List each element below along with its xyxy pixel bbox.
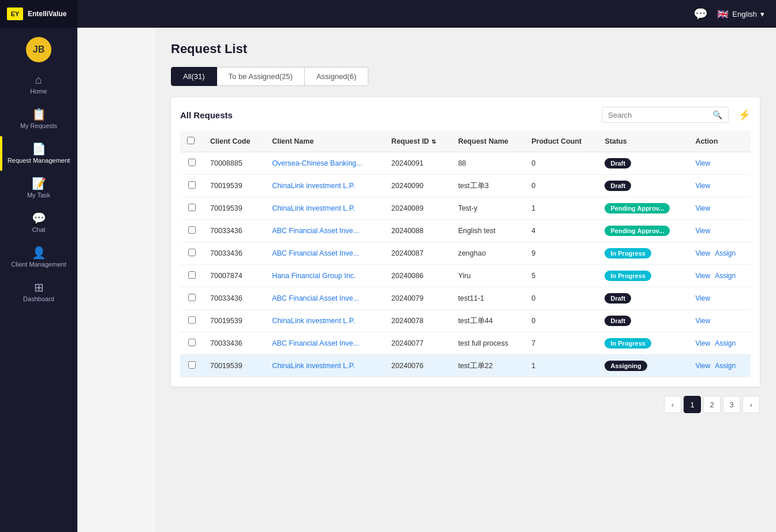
home-icon: ⌂ (35, 74, 42, 85)
row-checkbox-cell (180, 310, 203, 332)
sidebar-item-client-management[interactable]: 👤Client Management (0, 240, 77, 275)
client-code-cell: 70033436 (203, 220, 265, 242)
sidebar-item-request-management[interactable]: 📄Request Management (0, 136, 77, 171)
request-id-cell: 20240087 (385, 242, 452, 265)
tab-to-be-assigned[interactable]: To be Assigned(25) (217, 67, 305, 86)
row-checkbox[interactable] (188, 361, 196, 369)
th-request-id[interactable]: Request ID ⇅ (385, 131, 452, 152)
action-view-link[interactable]: View (695, 272, 710, 280)
client-name-cell[interactable]: ABC Financial Asset Inve... (265, 332, 385, 355)
row-checkbox[interactable] (188, 204, 196, 211)
row-checkbox[interactable] (188, 339, 196, 346)
action-links: View (695, 159, 744, 167)
action-view-link[interactable]: View (695, 204, 710, 212)
search-input[interactable] (608, 111, 709, 119)
client-name-cell[interactable]: Hana Financial Group Inc. (265, 265, 385, 287)
action-view-link[interactable]: View (695, 227, 710, 235)
topbar: 💬 🇬🇧 English ▾ (77, 0, 776, 28)
client-name-cell[interactable]: ChinaLink investment L.P. (265, 175, 385, 197)
language-selector[interactable]: 🇬🇧 English ▾ (717, 9, 764, 20)
sidebar-item-chat[interactable]: 💬Chat (0, 205, 77, 240)
sidebar-header: EY EntelliValue (0, 0, 77, 28)
action-view-link[interactable]: View (695, 294, 710, 302)
tabs: All(31)To be Assigned(25)Assigned(6) (171, 67, 760, 86)
client-name-link[interactable]: ABC Financial Asset Inve... (272, 339, 359, 347)
row-checkbox[interactable] (188, 271, 196, 279)
action-cell: ViewAssign (688, 242, 751, 265)
language-label: English (732, 10, 757, 18)
status-badge: Pending Approv... (605, 226, 670, 236)
action-links: ViewAssign (695, 249, 744, 257)
sidebar-item-home[interactable]: ⌂Home (0, 67, 77, 102)
sidebar-item-my-requests[interactable]: 📋My Requests (0, 102, 77, 136)
section-title: All Requests (180, 110, 233, 120)
client-name-link[interactable]: ABC Financial Asset Inve... (272, 294, 359, 302)
client-name-cell[interactable]: ChinaLink investment L.P. (265, 355, 385, 377)
action-view-link[interactable]: View (695, 159, 710, 167)
select-all-checkbox[interactable] (187, 137, 195, 144)
client-name-cell[interactable]: ABC Financial Asset Inve... (265, 287, 385, 310)
row-checkbox[interactable] (188, 159, 196, 166)
client-name-link[interactable]: ChinaLink investment L.P. (272, 204, 355, 212)
client-name-cell[interactable]: ChinaLink investment L.P. (265, 197, 385, 220)
client-name-link[interactable]: ABC Financial Asset Inve... (272, 227, 359, 235)
sidebar-item-my-task[interactable]: 📝My Task (0, 171, 77, 205)
th-action: Action (688, 131, 751, 152)
table-row: 70019539 ChinaLink investment L.P. 20240… (180, 197, 751, 220)
row-checkbox[interactable] (188, 249, 196, 256)
action-links: View (695, 182, 744, 190)
action-view-link[interactable]: View (695, 339, 710, 347)
client-name-cell[interactable]: ABC Financial Asset Inve... (265, 220, 385, 242)
request-id-cell: 20240079 (385, 287, 452, 310)
action-view-link[interactable]: View (695, 362, 710, 370)
tab-all[interactable]: All(31) (171, 67, 217, 86)
client-name-link[interactable]: ChinaLink investment L.P. (272, 182, 355, 190)
client-code-cell: 70008885 (203, 152, 265, 175)
action-view-link[interactable]: View (695, 182, 710, 190)
action-assign-link[interactable]: Assign (715, 249, 736, 257)
page-btn-2[interactable]: 2 (703, 396, 721, 413)
search-bar: 🔍 (602, 107, 729, 123)
table-header-row: All Requests 🔍 ⚡ (180, 107, 751, 123)
pagination-next[interactable]: › (743, 396, 760, 413)
th-select (180, 131, 203, 152)
client-name-link[interactable]: ABC Financial Asset Inve... (272, 249, 359, 257)
client-name-cell[interactable]: ABC Financial Asset Inve... (265, 242, 385, 265)
product-count-cell: 5 (524, 265, 598, 287)
row-checkbox[interactable] (188, 226, 196, 234)
client-name-link[interactable]: Hana Financial Group Inc. (272, 272, 356, 280)
request-id-cell: 20240078 (385, 310, 452, 332)
action-view-link[interactable]: View (695, 249, 710, 257)
action-links: View (695, 227, 744, 235)
action-links: ViewAssign (695, 272, 744, 280)
request-id-cell: 20240090 (385, 175, 452, 197)
page-btn-3[interactable]: 3 (723, 396, 740, 413)
pagination-prev[interactable]: ‹ (664, 396, 681, 413)
action-assign-link[interactable]: Assign (715, 362, 736, 370)
status-badge: Draft (605, 316, 631, 326)
filter-icon[interactable]: ⚡ (738, 108, 751, 121)
page-btn-1[interactable]: 1 (684, 396, 701, 413)
client-name-link[interactable]: ChinaLink investment L.P. (272, 362, 355, 370)
action-assign-link[interactable]: Assign (715, 339, 736, 347)
table-body: 70008885 Oversea-Chinese Banking... 2024… (180, 152, 751, 377)
client-name-cell[interactable]: ChinaLink investment L.P. (265, 310, 385, 332)
client-code-cell: 70007874 (203, 265, 265, 287)
table-row: 70033436 ABC Financial Asset Inve... 202… (180, 242, 751, 265)
row-checkbox[interactable] (188, 181, 196, 189)
request-id-cell: 20240088 (385, 220, 452, 242)
action-view-link[interactable]: View (695, 317, 710, 325)
chat-icon[interactable]: 💬 (693, 7, 708, 21)
action-assign-link[interactable]: Assign (715, 272, 736, 280)
client-name-link[interactable]: Oversea-Chinese Banking... (272, 159, 362, 167)
action-links: ViewAssign (695, 362, 744, 370)
table-head: Client CodeClient NameRequest ID ⇅Reques… (180, 131, 751, 152)
tab-assigned[interactable]: Assigned(6) (305, 67, 368, 86)
row-checkbox[interactable] (188, 294, 196, 301)
client-name-link[interactable]: ChinaLink investment L.P. (272, 317, 355, 325)
client-name-cell[interactable]: Oversea-Chinese Banking... (265, 152, 385, 175)
sidebar-item-dashboard[interactable]: ⊞Dashboard (0, 275, 77, 309)
table-row: 70033436 ABC Financial Asset Inve... 202… (180, 220, 751, 242)
action-links: View (695, 204, 744, 212)
row-checkbox[interactable] (188, 316, 196, 324)
